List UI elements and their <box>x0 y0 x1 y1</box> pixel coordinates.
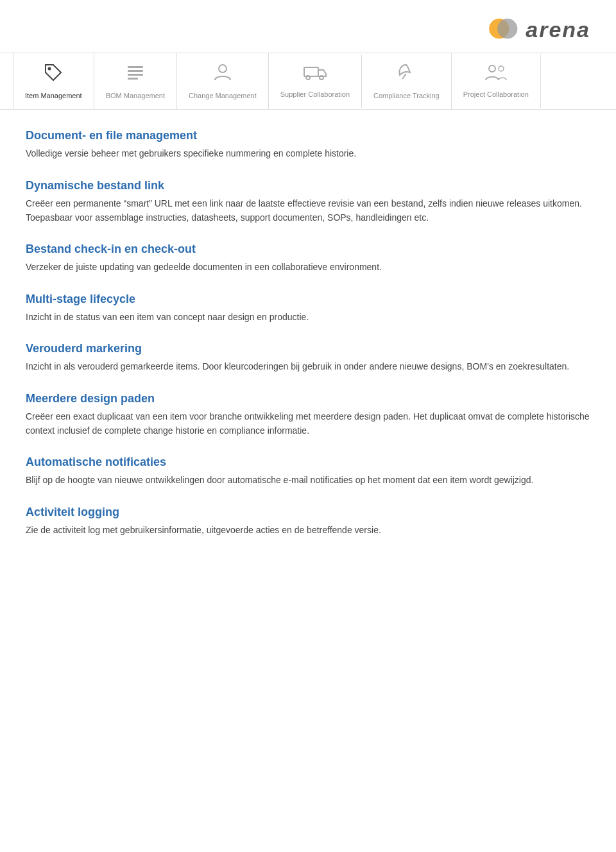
section-multi-stage: Multi-stage lifecycle Inzicht in de stat… <box>26 293 590 324</box>
section-title-meerdere-design: Meerdere design paden <box>26 392 590 405</box>
main-content: Document- en file management Volledige v… <box>0 110 616 574</box>
svg-point-12 <box>499 66 504 71</box>
section-body-bestand-check: Verzeker de juiste updating van gedeelde… <box>26 260 590 274</box>
section-doc-file-management: Document- en file management Volledige v… <box>26 129 590 160</box>
section-dynamische-bestand: Dynamische bestand link Creëer een perma… <box>26 179 590 225</box>
person-icon <box>212 62 233 87</box>
nav-label-compliance-tracking: Compliance Tracking <box>373 91 440 100</box>
svg-rect-4 <box>128 70 143 72</box>
section-title-automatische-notificaties: Automatische notificaties <box>26 456 590 469</box>
svg-point-10 <box>320 76 323 80</box>
nav-label-item-management: Item Management <box>25 91 82 100</box>
section-verouderd-markering: Verouderd markering Inzicht in als verou… <box>26 342 590 373</box>
nav-item-change-management[interactable]: Change Management <box>177 53 269 109</box>
svg-rect-6 <box>128 78 138 80</box>
people-icon <box>484 64 508 86</box>
section-body-verouderd-markering: Inzicht in als verouderd gemarkeerde ite… <box>26 359 590 373</box>
svg-point-7 <box>219 65 227 72</box>
svg-rect-8 <box>304 67 318 76</box>
section-title-multi-stage: Multi-stage lifecycle <box>26 293 590 306</box>
nav-item-project-collaboration[interactable]: Project Collaboration <box>452 55 541 108</box>
svg-point-1 <box>497 19 517 38</box>
nav-item-item-management[interactable]: Item Management <box>13 53 94 109</box>
section-body-activiteit-logging: Zie de activiteit log met gebruikersinfo… <box>26 523 590 537</box>
section-title-dynamische-bestand: Dynamische bestand link <box>26 179 590 192</box>
section-title-doc-file-management: Document- en file management <box>26 129 590 142</box>
header: arena <box>0 0 616 53</box>
section-body-doc-file-management: Volledige versie beheer met gebruikers s… <box>26 146 590 160</box>
list-icon <box>125 62 146 87</box>
section-body-multi-stage: Inzicht in de status van een item van co… <box>26 310 590 324</box>
arena-logo-icon <box>486 13 519 46</box>
section-bestand-check: Bestand check-in en check-out Verzeker d… <box>26 243 590 274</box>
truck-icon <box>304 64 327 86</box>
svg-point-9 <box>306 76 310 80</box>
nav-label-bom-management: BOM Management <box>106 91 165 100</box>
svg-rect-5 <box>128 74 143 76</box>
section-automatische-notificaties: Automatische notificaties Blijf op de ho… <box>26 456 590 487</box>
section-body-meerdere-design: Creëer een exact duplicaat van een item … <box>26 409 590 438</box>
nav-item-supplier-collaboration[interactable]: Supplier Collaboration <box>269 55 362 108</box>
tag-icon <box>43 62 64 87</box>
section-title-bestand-check: Bestand check-in en check-out <box>26 243 590 256</box>
nav-label-change-management: Change Management <box>189 91 257 100</box>
section-body-automatische-notificaties: Blijf op de hoogte van nieuwe ontwikkeli… <box>26 473 590 487</box>
svg-point-11 <box>489 65 495 72</box>
nav-label-supplier-collaboration: Supplier Collaboration <box>280 90 350 99</box>
section-meerdere-design: Meerdere design paden Creëer een exact d… <box>26 392 590 438</box>
logo-container: arena <box>486 13 590 46</box>
logo-text: arena <box>526 17 590 42</box>
svg-point-2 <box>48 67 51 71</box>
nav-item-bom-management[interactable]: BOM Management <box>94 53 177 109</box>
nav-item-compliance-tracking[interactable]: Compliance Tracking <box>362 53 452 109</box>
section-title-verouderd-markering: Verouderd markering <box>26 342 590 355</box>
section-activiteit-logging: Activiteit logging Zie de activiteit log… <box>26 506 590 537</box>
leaf-icon <box>396 62 416 87</box>
nav-bar: Item Management BOM Management Change Ma… <box>0 53 616 110</box>
section-title-activiteit-logging: Activiteit logging <box>26 506 590 519</box>
section-body-dynamische-bestand: Creëer een permanente “smart” URL met ee… <box>26 196 590 225</box>
svg-rect-3 <box>128 66 143 68</box>
nav-label-project-collaboration: Project Collaboration <box>463 90 529 99</box>
